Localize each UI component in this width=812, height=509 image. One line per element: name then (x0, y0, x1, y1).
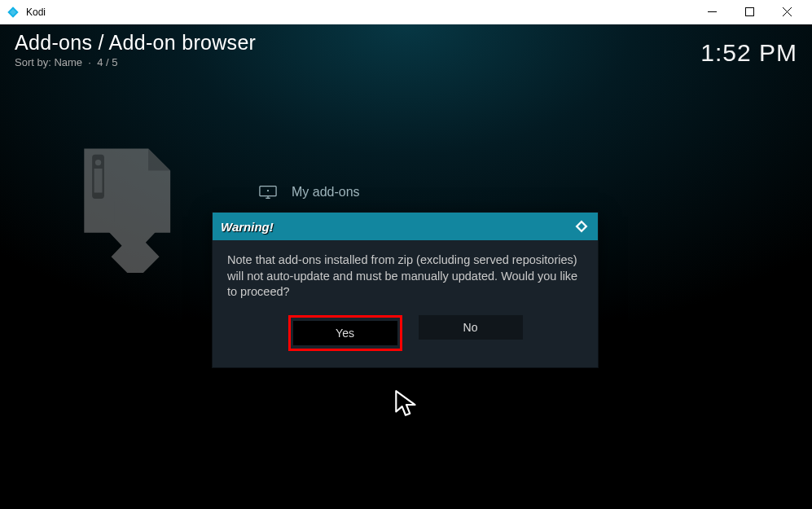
clock: 1:52 PM (700, 39, 797, 67)
position-indicator: 4 / 5 (97, 56, 117, 68)
dialog-buttons: Yes No (213, 309, 598, 367)
window: Kodi Add-ons / Add-on browser Sort by: N… (0, 0, 812, 509)
cursor-icon (394, 389, 419, 422)
header: Add-ons / Add-on browser Sort by: Name ·… (15, 31, 256, 68)
dialog-title: Warning! (221, 220, 274, 234)
highlight-annotation: Yes (288, 315, 402, 351)
kodi-logo-icon (7, 6, 20, 19)
minimize-button[interactable] (693, 0, 731, 24)
svg-point-5 (95, 160, 101, 165)
no-button[interactable]: No (419, 315, 523, 340)
my-addons-item[interactable]: My add-ons (259, 185, 360, 200)
display-icon (259, 185, 277, 200)
titlebar: Kodi (0, 0, 812, 24)
window-controls (693, 0, 805, 24)
app-body: Add-ons / Add-on browser Sort by: Name ·… (0, 24, 812, 509)
list-item-label: My add-ons (292, 185, 360, 200)
dialog-message: Note that add-ons installed from zip (ex… (213, 240, 598, 309)
kodi-icon (573, 218, 590, 235)
breadcrumb: Add-ons / Add-on browser (15, 31, 256, 55)
window-title: Kodi (26, 7, 693, 18)
dialog-header: Warning! (213, 213, 598, 240)
warning-dialog: Warning! Note that add-ons installed fro… (212, 212, 599, 368)
subheader: Sort by: Name · 4 / 5 (15, 56, 256, 68)
close-button[interactable] (768, 0, 805, 24)
svg-rect-1 (745, 8, 753, 16)
maximize-button[interactable] (731, 0, 768, 24)
yes-button[interactable]: Yes (293, 321, 397, 345)
svg-rect-6 (94, 169, 103, 193)
sort-label: Sort by: Name (15, 56, 82, 68)
install-from-zip-icon (65, 143, 187, 276)
svg-point-10 (267, 190, 269, 191)
